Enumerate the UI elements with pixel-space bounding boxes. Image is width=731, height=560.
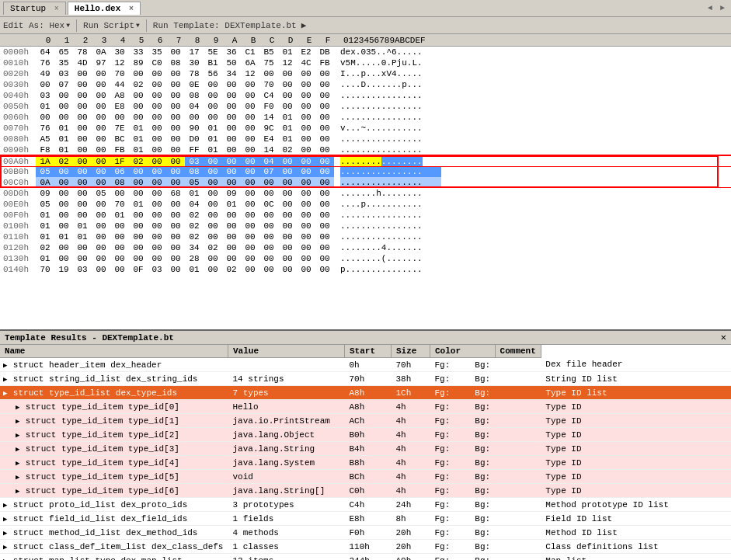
hex-byte[interactable]: 02: [129, 156, 148, 167]
hex-byte[interactable]: 00: [166, 90, 185, 101]
hex-byte[interactable]: 97: [92, 57, 110, 68]
hex-byte[interactable]: 00: [259, 242, 278, 253]
hex-byte[interactable]: 00: [148, 112, 166, 123]
hex-byte[interactable]: 28: [185, 253, 204, 264]
hex-byte[interactable]: 00: [54, 199, 73, 210]
hex-byte[interactable]: 07: [54, 79, 73, 90]
hex-byte[interactable]: 05: [92, 188, 110, 199]
hex-byte[interactable]: C1: [241, 47, 259, 57]
table-row[interactable]: ▶ struct type_id_item type_id[2]java.lan…: [0, 428, 731, 442]
hex-byte[interactable]: 00: [73, 253, 92, 264]
hex-byte[interactable]: 00: [241, 188, 259, 199]
hex-byte[interactable]: 00: [297, 242, 315, 253]
hex-byte[interactable]: 00: [204, 79, 222, 90]
hex-byte[interactable]: 08: [110, 177, 129, 188]
hex-byte[interactable]: 00: [204, 166, 222, 177]
hex-byte[interactable]: 00: [92, 242, 110, 253]
hex-byte[interactable]: 00: [259, 68, 278, 79]
hex-row[interactable]: 00A0h1A0200001F0200000300000004000000...…: [0, 155, 731, 166]
hex-byte[interactable]: 00: [241, 90, 259, 101]
hex-byte[interactable]: 05: [36, 166, 54, 177]
hex-byte[interactable]: F0: [259, 101, 278, 112]
hex-byte[interactable]: 00: [166, 101, 185, 112]
hex-byte[interactable]: 00: [129, 242, 148, 253]
hex-byte[interactable]: 04: [259, 156, 278, 167]
hex-byte[interactable]: 00: [259, 210, 278, 221]
hex-row[interactable]: 00F0h01000000010000000200000000000000...…: [0, 210, 731, 221]
hex-byte[interactable]: DB: [315, 47, 334, 57]
hex-byte[interactable]: 00: [204, 231, 222, 242]
hex-byte[interactable]: 02: [185, 210, 204, 221]
hex-byte[interactable]: 00: [73, 90, 92, 101]
hex-byte[interactable]: 00: [148, 79, 166, 90]
hex-byte[interactable]: 00: [166, 166, 185, 177]
hex-byte[interactable]: 00: [129, 112, 148, 123]
hex-byte[interactable]: 33: [129, 47, 148, 57]
hex-byte[interactable]: F8: [36, 144, 54, 155]
hex-row[interactable]: 0010h76354D971289C00830B1506A75124CFBv5M…: [0, 57, 731, 68]
hex-byte[interactable]: 01: [73, 221, 92, 231]
hex-byte[interactable]: 14: [259, 144, 278, 155]
hex-byte[interactable]: 76: [36, 57, 54, 68]
hex-byte[interactable]: 00: [297, 68, 315, 79]
hex-byte[interactable]: 00: [73, 188, 92, 199]
hex-byte[interactable]: 00: [278, 210, 297, 221]
hex-byte[interactable]: 08: [185, 166, 204, 177]
hex-byte[interactable]: 00: [129, 101, 148, 112]
hex-byte[interactable]: 0E: [185, 79, 204, 90]
hex-row[interactable]: 00C0h0A000000080000000500000000000000...…: [0, 177, 731, 188]
hex-byte[interactable]: FB: [110, 144, 129, 155]
hex-byte[interactable]: 03: [36, 90, 54, 101]
hex-byte[interactable]: 00: [73, 112, 92, 123]
table-row[interactable]: ▶ struct method_id_list dex_method_ids4 …: [0, 526, 731, 540]
hex-byte[interactable]: 00: [166, 177, 185, 188]
hex-byte[interactable]: 65: [54, 47, 73, 57]
hex-byte[interactable]: 00: [204, 253, 222, 264]
hex-byte[interactable]: 05: [36, 199, 54, 210]
table-row[interactable]: ▶ struct proto_id_list dex_proto_ids3 pr…: [0, 498, 731, 512]
hex-byte[interactable]: 35: [148, 47, 166, 57]
hex-byte[interactable]: 00: [148, 199, 166, 210]
hex-byte[interactable]: 00: [241, 253, 259, 264]
hex-byte[interactable]: 70: [110, 199, 129, 210]
hex-byte[interactable]: 00: [129, 188, 148, 199]
hex-byte[interactable]: 00: [110, 264, 129, 275]
hex-byte[interactable]: 00: [92, 221, 110, 231]
hex-byte[interactable]: 00: [278, 101, 297, 112]
hex-byte[interactable]: 00: [315, 177, 334, 188]
expand-arrow[interactable]: ▶: [16, 474, 24, 482]
hex-byte[interactable]: 00: [297, 177, 315, 188]
nav-prev-icon[interactable]: ◄: [705, 3, 715, 13]
hex-byte[interactable]: 00: [36, 79, 54, 90]
hex-byte[interactable]: 00: [148, 242, 166, 253]
hex-byte[interactable]: 00: [259, 177, 278, 188]
hex-byte[interactable]: 00: [54, 210, 73, 221]
hex-byte[interactable]: 00: [92, 264, 110, 275]
hex-byte[interactable]: 00: [278, 242, 297, 253]
hex-byte[interactable]: 00: [73, 123, 92, 134]
hex-byte[interactable]: 00: [148, 188, 166, 199]
hex-byte[interactable]: 35: [54, 57, 73, 68]
hex-byte[interactable]: 00: [297, 144, 315, 155]
hex-byte[interactable]: 01: [129, 123, 148, 134]
hex-byte[interactable]: 00: [315, 156, 334, 167]
hex-byte[interactable]: E4: [259, 134, 278, 144]
hex-byte[interactable]: 01: [129, 199, 148, 210]
hex-byte[interactable]: 00: [54, 242, 73, 253]
hex-byte[interactable]: 01: [204, 144, 222, 155]
hex-byte[interactable]: 01: [185, 264, 204, 275]
hex-byte[interactable]: 00: [241, 79, 259, 90]
hex-byte[interactable]: 00: [204, 264, 222, 275]
hex-byte[interactable]: 00: [54, 221, 73, 231]
table-row[interactable]: ▶ struct type_id_item type_id[3]java.lan…: [0, 442, 731, 456]
hex-row[interactable]: 0040h03000000A800000008000000C4000000...…: [0, 90, 731, 101]
hex-byte[interactable]: 00: [92, 79, 110, 90]
hex-byte[interactable]: 01: [278, 47, 297, 57]
hex-byte[interactable]: 5E: [204, 47, 222, 57]
hex-byte[interactable]: 02: [185, 231, 204, 242]
hex-byte[interactable]: 00: [259, 188, 278, 199]
hex-byte[interactable]: 00: [110, 112, 129, 123]
hex-byte[interactable]: 00: [73, 156, 92, 167]
hex-byte[interactable]: 01: [204, 134, 222, 144]
expand-arrow[interactable]: ▶: [16, 446, 24, 454]
